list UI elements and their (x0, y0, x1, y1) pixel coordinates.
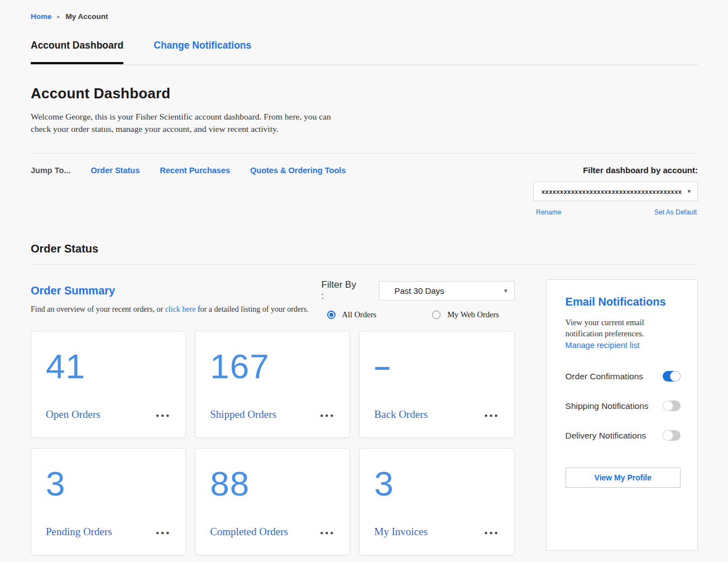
more-options-icon[interactable]: ●●● (156, 528, 171, 536)
email-notifications-panel: Email Notifications View your current em… (546, 279, 698, 551)
divider (31, 153, 698, 154)
delivery-notifications-toggle[interactable] (663, 430, 681, 441)
account-filter-label: Filter dashboard by account: (583, 165, 698, 175)
radio-button-icon (432, 311, 440, 319)
card-my-invoices: 3 My Invoices ●●● (359, 448, 514, 555)
click-here-link[interactable]: click here (165, 305, 196, 313)
back-orders-link[interactable]: Back Orders (374, 408, 428, 421)
breadcrumb-separator-icon: ▸ (58, 13, 60, 20)
shipped-orders-link[interactable]: Shipped Orders (210, 408, 276, 421)
shipping-notifications-label: Shipping Notifications (566, 401, 649, 411)
open-orders-count: 41 (46, 341, 171, 390)
more-options-icon[interactable]: ●●● (484, 528, 499, 536)
toggle-knob (663, 430, 673, 441)
radio-my-web-orders[interactable]: My Web Orders (432, 310, 499, 320)
order-summary-column: Order Summary Find an overview of your r… (31, 279, 515, 555)
card-open-orders: 41 Open Orders ●●● (31, 331, 186, 438)
breadcrumb-home-link[interactable]: Home (31, 12, 52, 21)
jump-link-order-status[interactable]: Order Status (90, 166, 140, 175)
order-type-radios: All Orders My Web Orders (327, 310, 515, 320)
chevron-down-icon: ▾ (687, 188, 691, 195)
radio-all-orders[interactable]: All Orders (327, 310, 377, 320)
jump-to-row: Jump To... Order Status Recent Purchases… (31, 165, 698, 175)
card-shipped-orders: 167 Shipped Orders ●●● (195, 331, 350, 438)
more-options-icon[interactable]: ●●● (484, 411, 499, 418)
more-options-icon[interactable]: ●●● (320, 411, 335, 418)
order-summary-cards: 41 Open Orders ●●● 167 Shipped Orders ●●… (31, 331, 515, 555)
more-options-icon[interactable]: ●●● (156, 411, 171, 418)
card-back-orders: – Back Orders ●●● (359, 331, 514, 438)
pending-orders-count: 3 (46, 459, 171, 508)
completed-orders-count: 88 (210, 459, 335, 508)
set-as-default-link[interactable]: Set As Default (654, 208, 697, 216)
radio-button-icon (327, 311, 336, 319)
email-notifications-description: View your current email notification pre… (566, 317, 677, 339)
order-summary-header: Order Summary Find an overview of your r… (31, 279, 515, 320)
email-notifications-heading: Email Notifications (566, 296, 681, 308)
my-invoices-count: 3 (374, 459, 499, 508)
toggle-knob (670, 371, 681, 382)
tab-bar: Account Dashboard Change Notifications (31, 40, 698, 65)
account-dashboard-page: Home ▸ My Account Account Dashboard Chan… (0, 0, 728, 562)
breadcrumb: Home ▸ My Account (31, 12, 698, 21)
jump-link-quotes-ordering-tools[interactable]: Quotes & Ordering Tools (250, 166, 346, 175)
order-filter-controls: Filter By : Past 30 Days ▾ All Orders (322, 279, 515, 320)
my-invoices-link[interactable]: My Invoices (374, 526, 428, 538)
order-status-body: Order Summary Find an overview of your r… (31, 279, 698, 555)
jump-to-links: Jump To... Order Status Recent Purchases… (31, 166, 346, 175)
more-options-icon[interactable]: ●●● (320, 528, 335, 536)
rename-link[interactable]: Rename (536, 208, 561, 216)
date-range-select[interactable]: Past 30 Days ▾ (379, 281, 514, 301)
order-summary-heading: Order Summary (31, 284, 309, 297)
order-confirmations-label: Order Confirmations (566, 372, 644, 382)
card-completed-orders: 88 Completed Orders ●●● (195, 448, 350, 555)
account-filter-actions: Rename Set As Default (533, 208, 698, 216)
account-filter-block: xxxxxxxxxxxxxxxxxxxxxxxxxxxxxxxxxxxxxx ▾… (533, 182, 698, 216)
order-summary-intro: Order Summary Find an overview of your r… (31, 279, 309, 314)
jump-to-label: Jump To... (31, 166, 70, 175)
view-my-profile-button[interactable]: View My Profile (566, 468, 681, 488)
account-filter-select[interactable]: xxxxxxxxxxxxxxxxxxxxxxxxxxxxxxxxxxxxxx ▾ (533, 182, 698, 201)
date-range-selected-value: Past 30 Days (387, 286, 444, 296)
filter-by-label: Filter By : (322, 279, 361, 302)
breadcrumb-current: My Account (66, 12, 108, 21)
order-summary-description: Find an overview of your recent orders, … (31, 305, 309, 314)
open-orders-link[interactable]: Open Orders (46, 408, 100, 421)
description-prefix: Find an overview of your recent orders, … (31, 305, 165, 313)
shipped-orders-count: 167 (210, 341, 335, 390)
tab-change-notifications[interactable]: Change Notifications (154, 40, 251, 64)
jump-link-recent-purchases[interactable]: Recent Purchases (160, 166, 230, 175)
page-title: Account Dashboard (31, 85, 698, 102)
tab-account-dashboard[interactable]: Account Dashboard (31, 40, 123, 64)
account-filter-selected-value: xxxxxxxxxxxxxxxxxxxxxxxxxxxxxxxxxxxxxx (542, 188, 682, 195)
notification-toggles: Order Confirmations Shipping Notificatio… (566, 371, 681, 441)
back-orders-count: – (374, 341, 499, 390)
order-confirmations-toggle[interactable] (663, 371, 681, 382)
manage-recipient-list-link[interactable]: Manage recipient list (566, 341, 681, 350)
toggle-knob (663, 401, 673, 411)
description-suffix: for a detailed listing of your orders. (195, 305, 308, 313)
completed-orders-link[interactable]: Completed Orders (210, 526, 288, 538)
order-status-heading: Order Status (31, 242, 698, 255)
pending-orders-link[interactable]: Pending Orders (46, 526, 112, 538)
chevron-down-icon: ▾ (504, 287, 507, 294)
delivery-notifications-label: Delivery Notifications (566, 431, 646, 441)
divider (31, 264, 698, 265)
welcome-text: Welcome George, this is your Fisher Scie… (31, 111, 335, 135)
shipping-notifications-toggle[interactable] (663, 401, 681, 411)
card-pending-orders: 3 Pending Orders ●●● (31, 448, 186, 555)
